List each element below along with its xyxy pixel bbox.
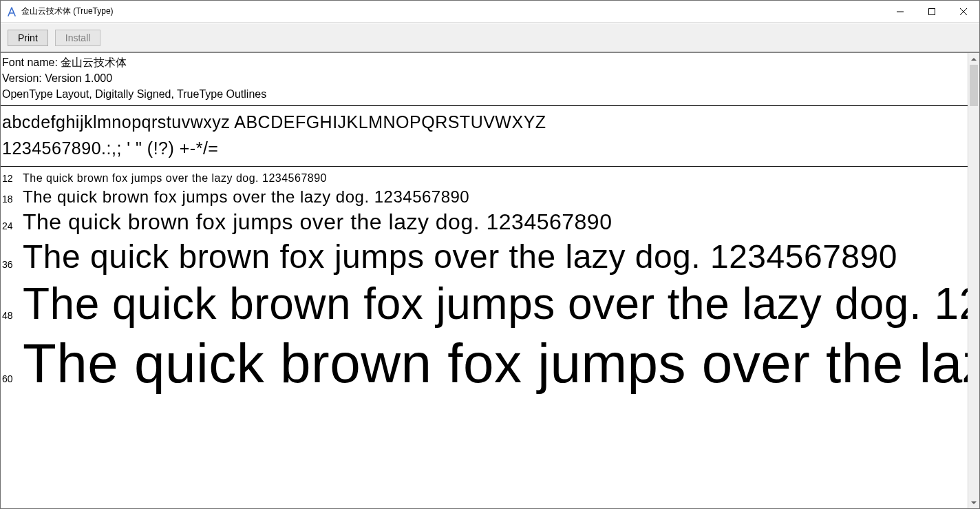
sample-size-label: 36 bbox=[1, 259, 19, 270]
sample-text: The quick brown fox jumps over the lazy … bbox=[19, 209, 612, 235]
install-button: Install bbox=[55, 30, 101, 46]
font-features-line: OpenType Layout, Digitally Signed, TrueT… bbox=[2, 86, 966, 102]
glyphs-symbols: 1234567890.:,; ' " (!?) +-*/= bbox=[2, 135, 966, 162]
close-button[interactable] bbox=[948, 1, 979, 23]
minimize-button[interactable] bbox=[884, 1, 916, 23]
print-button[interactable]: Print bbox=[8, 30, 48, 46]
glyphs-alpha: abcdefghijklmnopqrstuvwxyz ABCDEFGHIJKLM… bbox=[2, 109, 966, 136]
sample-text: The quick brown fox jumps over the lazy … bbox=[19, 187, 469, 207]
sample-size-label: 48 bbox=[1, 310, 19, 321]
titlebar[interactable]: 金山云技术体 (TrueType) bbox=[1, 1, 979, 23]
sample-row: 36 The quick brown fox jumps over the la… bbox=[1, 236, 968, 277]
sample-text: The quick brown fox jumps over the lazy … bbox=[19, 172, 327, 185]
scroll-thumb[interactable] bbox=[970, 65, 978, 106]
sample-text-list: 12 The quick brown fox jumps over the la… bbox=[1, 167, 968, 397]
sample-row: 48 The quick brown fox jumps over the la… bbox=[1, 277, 968, 331]
content-area: Font name: 金山云技术体 Version: Version 1.000… bbox=[1, 53, 968, 508]
font-viewer-window: 金山云技术体 (TrueType) Print Install Font nam… bbox=[0, 0, 980, 509]
scroll-down-button[interactable] bbox=[968, 497, 979, 508]
sample-row: 24 The quick brown fox jumps over the la… bbox=[1, 208, 968, 236]
font-version-line: Version: Version 1.000 bbox=[2, 70, 966, 86]
scroll-track[interactable] bbox=[968, 65, 979, 497]
glyph-repertoire: abcdefghijklmnopqrstuvwxyz ABCDEFGHIJKLM… bbox=[1, 106, 968, 167]
font-metadata: Font name: 金山云技术体 Version: Version 1.000… bbox=[1, 53, 968, 106]
sample-size-label: 60 bbox=[1, 373, 19, 384]
toolbar: Print Install bbox=[1, 23, 979, 53]
sample-size-label: 12 bbox=[1, 173, 19, 184]
sample-size-label: 18 bbox=[1, 194, 19, 205]
sample-row: 18 The quick brown fox jumps over the la… bbox=[1, 186, 968, 208]
vertical-scrollbar[interactable] bbox=[968, 53, 979, 508]
app-icon bbox=[6, 6, 17, 17]
window-title: 金山云技术体 (TrueType) bbox=[21, 6, 114, 17]
sample-row: 60 The quick brown fox jumps over the la… bbox=[1, 331, 968, 397]
scroll-up-button[interactable] bbox=[968, 53, 979, 65]
content-wrap: Font name: 金山云技术体 Version: Version 1.000… bbox=[1, 53, 979, 508]
font-name-line: Font name: 金山云技术体 bbox=[2, 54, 966, 70]
sample-text: The quick brown fox jumps over the lazy … bbox=[19, 278, 968, 329]
sample-text: The quick brown fox jumps over the lazy … bbox=[19, 332, 968, 395]
sample-text: The quick brown fox jumps over the lazy … bbox=[19, 238, 897, 276]
sample-row: 12 The quick brown fox jumps over the la… bbox=[1, 171, 968, 186]
svg-rect-0 bbox=[929, 8, 935, 14]
maximize-button[interactable] bbox=[916, 1, 948, 23]
sample-size-label: 24 bbox=[1, 220, 19, 231]
